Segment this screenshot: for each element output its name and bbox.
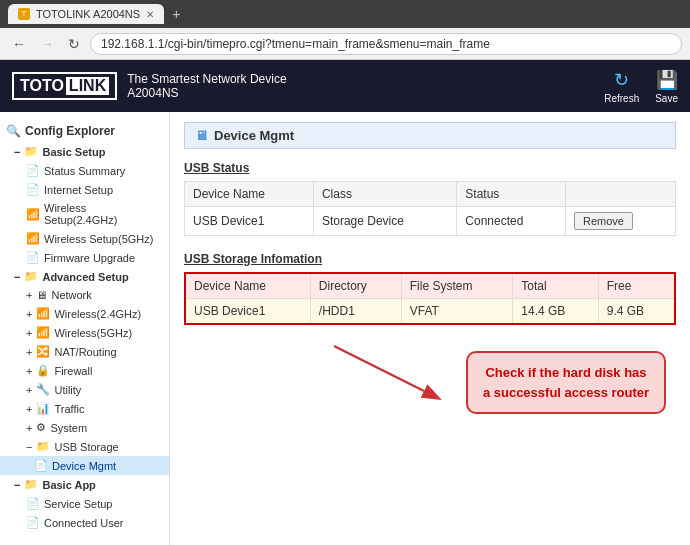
sidebar-advanced-setup-header[interactable]: − 📁 Advanced Setup [0,267,169,286]
storage-total: 14.4 GB [513,299,598,325]
svg-line-0 [334,346,424,391]
refresh-button[interactable]: ↻ Refresh [604,69,639,104]
storage-free: 9.4 GB [598,299,675,325]
back-button[interactable]: ← [8,34,30,54]
minus-icon4: − [14,479,20,491]
doc-icon4: 📄 [26,497,40,510]
sidebar-item-system[interactable]: + ⚙ System [0,418,169,437]
folder-icon3: 📁 [24,478,38,491]
storage-col-fs: File System [401,273,513,299]
forward-button[interactable]: → [36,34,58,54]
logo-box: TOTO LINK [12,72,117,100]
doc-icon3: 📄 [34,459,48,472]
advanced-setup-label: Advanced Setup [42,271,128,283]
usb-storage-row: USB Device1 /HDD1 VFAT 14.4 GB 9.4 GB [185,299,675,325]
save-icon: 💾 [656,69,678,91]
sidebar-item-wireless-adv-24[interactable]: + 📶 Wireless(2.4GHz) [0,304,169,323]
sidebar-item-service-setup[interactable]: 📄 Service Setup [0,494,169,513]
usb-remove-cell: Remove [565,207,675,236]
plus-icon6: + [26,384,32,396]
storage-col-device: Device Name [185,273,310,299]
save-button[interactable]: 💾 Save [655,69,678,104]
doc-icon: 📄 [26,164,40,177]
header-actions: ↻ Refresh 💾 Save [604,69,678,104]
wireless-adv-5-icon: 📶 [36,326,50,339]
wireless-5-icon: 📶 [26,232,40,245]
sidebar-item-network[interactable]: + 🖥 Network [0,286,169,304]
sidebar-item-nat[interactable]: + 🔀 NAT/Routing [0,342,169,361]
refresh-icon: ↻ [614,69,629,91]
monitor-icon: 🖥 [195,128,208,143]
browser-refresh-button[interactable]: ↻ [64,34,84,54]
save-label: Save [655,93,678,104]
tab-close-icon[interactable]: ✕ [146,9,154,20]
usb-status-col-action [565,182,675,207]
network-label: Network [51,289,91,301]
sidebar-item-usb-storage[interactable]: − 📁 USB Storage [0,437,169,456]
tab-title: TOTOLINK A2004NS [36,8,140,20]
usb-storage-sidebar-label: USB Storage [54,441,118,453]
folder-icon: 📁 [24,145,38,158]
header-model: A2004NS [127,86,286,100]
sidebar-item-wireless-24[interactable]: 📶 Wireless Setup(2.4GHz) [0,199,169,229]
sidebar-item-wireless-adv-5[interactable]: + 📶 Wireless(5GHz) [0,323,169,342]
callout-container: Check if the hard disk has a successful … [184,341,676,431]
address-bar-input[interactable] [90,33,682,55]
remove-button[interactable]: Remove [574,212,633,230]
usb-storage-table: Device Name Directory File System Total … [184,272,676,325]
wireless-5-label: Wireless Setup(5GHz) [44,233,153,245]
config-explorer-label: Config Explorer [25,124,115,138]
sidebar-item-status-summary[interactable]: 📄 Status Summary [0,161,169,180]
wireless-24-label: Wireless Setup(2.4GHz) [44,202,161,226]
sidebar-item-internet-setup[interactable]: 📄 Internet Setup [0,180,169,199]
minus-icon3: − [26,441,32,453]
plus-icon3: + [26,327,32,339]
sidebar-item-connected-user[interactable]: 📄 Connected User [0,513,169,532]
folder-icon2: 📁 [24,270,38,283]
traffic-label: Traffic [54,403,84,415]
sidebar-item-traffic[interactable]: + 📊 Traffic [0,399,169,418]
usb-status-row: USB Device1 Storage Device Connected Rem… [185,207,676,236]
usb-icon: 📁 [36,440,50,453]
logo-link: LINK [66,77,109,95]
sidebar-item-firmware[interactable]: 📄 Firmware Upgrade [0,248,169,267]
usb-status-table: Device Name Class Status USB Device1 Sto… [184,181,676,236]
firmware-icon: 📄 [26,251,40,264]
usb-device-name: USB Device1 [185,207,314,236]
status-summary-label: Status Summary [44,165,125,177]
usb-storage-info-label: USB Storage Infomation [184,252,676,266]
plus-icon4: + [26,346,32,358]
search-icon: 🔍 [6,124,21,138]
doc-icon2: 📄 [26,183,40,196]
wireless-icon: 📶 [26,208,40,221]
usb-device-class: Storage Device [313,207,456,236]
app-container: TOTO LINK The Smartest Network Device A2… [0,60,690,545]
header-text: The Smartest Network Device A2004NS [127,72,286,100]
browser-titlebar: T TOTOLINK A2004NS ✕ + [0,0,690,28]
sidebar-item-utility[interactable]: + 🔧 Utility [0,380,169,399]
firmware-label: Firmware Upgrade [44,252,135,264]
minus-icon: − [14,146,20,158]
sidebar-item-device-mgmt[interactable]: 📄 Device Mgmt [0,456,169,475]
new-tab-button[interactable]: + [172,6,180,22]
sidebar-basic-setup-header[interactable]: − 📁 Basic Setup [0,142,169,161]
sidebar-item-wireless-5[interactable]: 📶 Wireless Setup(5GHz) [0,229,169,248]
callout-arrow-svg [274,341,454,401]
plus-icon: + [26,289,32,301]
sidebar-basic-app-header[interactable]: − 📁 Basic App [0,475,169,494]
plus-icon7: + [26,403,32,415]
browser-tab[interactable]: T TOTOLINK A2004NS ✕ [8,4,164,24]
main-content: 🖥 Device Mgmt USB Status Device Name Cla… [170,112,690,545]
plus-icon8: + [26,422,32,434]
storage-directory: /HDD1 [310,299,401,325]
basic-setup-label: Basic Setup [42,146,105,158]
sidebar-item-firewall[interactable]: + 🔒 Firewall [0,361,169,380]
storage-col-free: Free [598,273,675,299]
nat-icon: 🔀 [36,345,50,358]
body-area: 🔍 Config Explorer − 📁 Basic Setup 📄 Stat… [0,112,690,545]
sidebar-config-header[interactable]: 🔍 Config Explorer [0,120,169,142]
tab-favicon: T [18,8,30,20]
device-mgmt-sidebar-label: Device Mgmt [52,460,116,472]
system-label: System [50,422,87,434]
doc-icon5: 📄 [26,516,40,529]
